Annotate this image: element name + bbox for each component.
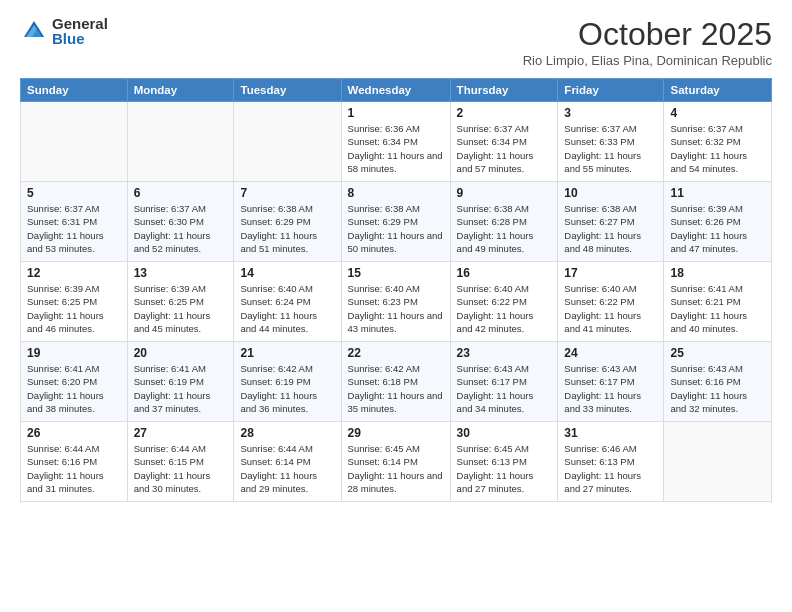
day-info: Sunrise: 6:44 AM Sunset: 6:15 PM Dayligh… [134, 442, 228, 495]
day-cell: 10Sunrise: 6:38 AM Sunset: 6:27 PM Dayli… [558, 182, 664, 262]
day-cell: 22Sunrise: 6:42 AM Sunset: 6:18 PM Dayli… [341, 342, 450, 422]
day-number: 21 [240, 346, 334, 360]
day-info: Sunrise: 6:40 AM Sunset: 6:22 PM Dayligh… [457, 282, 552, 335]
day-number: 2 [457, 106, 552, 120]
week-row-4: 19Sunrise: 6:41 AM Sunset: 6:20 PM Dayli… [21, 342, 772, 422]
day-number: 31 [564, 426, 657, 440]
day-cell: 29Sunrise: 6:45 AM Sunset: 6:14 PM Dayli… [341, 422, 450, 502]
day-info: Sunrise: 6:38 AM Sunset: 6:27 PM Dayligh… [564, 202, 657, 255]
col-header-sunday: Sunday [21, 79, 128, 102]
day-cell: 30Sunrise: 6:45 AM Sunset: 6:13 PM Dayli… [450, 422, 558, 502]
day-info: Sunrise: 6:40 AM Sunset: 6:24 PM Dayligh… [240, 282, 334, 335]
header-row: SundayMondayTuesdayWednesdayThursdayFrid… [21, 79, 772, 102]
col-header-thursday: Thursday [450, 79, 558, 102]
day-number: 9 [457, 186, 552, 200]
day-number: 15 [348, 266, 444, 280]
day-info: Sunrise: 6:37 AM Sunset: 6:34 PM Dayligh… [457, 122, 552, 175]
day-info: Sunrise: 6:41 AM Sunset: 6:19 PM Dayligh… [134, 362, 228, 415]
day-info: Sunrise: 6:37 AM Sunset: 6:30 PM Dayligh… [134, 202, 228, 255]
day-cell: 21Sunrise: 6:42 AM Sunset: 6:19 PM Dayli… [234, 342, 341, 422]
day-cell: 19Sunrise: 6:41 AM Sunset: 6:20 PM Dayli… [21, 342, 128, 422]
day-number: 16 [457, 266, 552, 280]
title-section: October 2025 Rio Limpio, Elias Pina, Dom… [523, 16, 772, 68]
col-header-wednesday: Wednesday [341, 79, 450, 102]
day-cell: 26Sunrise: 6:44 AM Sunset: 6:16 PM Dayli… [21, 422, 128, 502]
day-number: 23 [457, 346, 552, 360]
day-cell: 5Sunrise: 6:37 AM Sunset: 6:31 PM Daylig… [21, 182, 128, 262]
day-cell: 16Sunrise: 6:40 AM Sunset: 6:22 PM Dayli… [450, 262, 558, 342]
day-cell [127, 102, 234, 182]
logo-icon [20, 17, 48, 45]
day-info: Sunrise: 6:44 AM Sunset: 6:14 PM Dayligh… [240, 442, 334, 495]
day-number: 11 [670, 186, 765, 200]
day-info: Sunrise: 6:43 AM Sunset: 6:17 PM Dayligh… [564, 362, 657, 415]
col-header-friday: Friday [558, 79, 664, 102]
day-number: 24 [564, 346, 657, 360]
day-info: Sunrise: 6:38 AM Sunset: 6:29 PM Dayligh… [240, 202, 334, 255]
day-info: Sunrise: 6:37 AM Sunset: 6:32 PM Dayligh… [670, 122, 765, 175]
day-info: Sunrise: 6:42 AM Sunset: 6:18 PM Dayligh… [348, 362, 444, 415]
day-number: 28 [240, 426, 334, 440]
day-number: 5 [27, 186, 121, 200]
day-cell: 17Sunrise: 6:40 AM Sunset: 6:22 PM Dayli… [558, 262, 664, 342]
day-info: Sunrise: 6:40 AM Sunset: 6:22 PM Dayligh… [564, 282, 657, 335]
day-cell [234, 102, 341, 182]
day-info: Sunrise: 6:38 AM Sunset: 6:28 PM Dayligh… [457, 202, 552, 255]
day-info: Sunrise: 6:46 AM Sunset: 6:13 PM Dayligh… [564, 442, 657, 495]
day-cell: 2Sunrise: 6:37 AM Sunset: 6:34 PM Daylig… [450, 102, 558, 182]
day-info: Sunrise: 6:39 AM Sunset: 6:26 PM Dayligh… [670, 202, 765, 255]
day-info: Sunrise: 6:45 AM Sunset: 6:14 PM Dayligh… [348, 442, 444, 495]
logo-text: General Blue [52, 16, 108, 46]
day-info: Sunrise: 6:40 AM Sunset: 6:23 PM Dayligh… [348, 282, 444, 335]
page: General Blue October 2025 Rio Limpio, El… [0, 0, 792, 612]
day-info: Sunrise: 6:45 AM Sunset: 6:13 PM Dayligh… [457, 442, 552, 495]
day-cell: 1Sunrise: 6:36 AM Sunset: 6:34 PM Daylig… [341, 102, 450, 182]
day-info: Sunrise: 6:37 AM Sunset: 6:31 PM Dayligh… [27, 202, 121, 255]
day-number: 4 [670, 106, 765, 120]
day-number: 18 [670, 266, 765, 280]
day-number: 22 [348, 346, 444, 360]
day-cell: 25Sunrise: 6:43 AM Sunset: 6:16 PM Dayli… [664, 342, 772, 422]
day-number: 17 [564, 266, 657, 280]
day-cell [664, 422, 772, 502]
day-cell: 15Sunrise: 6:40 AM Sunset: 6:23 PM Dayli… [341, 262, 450, 342]
day-number: 3 [564, 106, 657, 120]
day-number: 20 [134, 346, 228, 360]
header: General Blue October 2025 Rio Limpio, El… [20, 16, 772, 68]
day-cell: 14Sunrise: 6:40 AM Sunset: 6:24 PM Dayli… [234, 262, 341, 342]
day-info: Sunrise: 6:37 AM Sunset: 6:33 PM Dayligh… [564, 122, 657, 175]
day-cell: 24Sunrise: 6:43 AM Sunset: 6:17 PM Dayli… [558, 342, 664, 422]
day-info: Sunrise: 6:36 AM Sunset: 6:34 PM Dayligh… [348, 122, 444, 175]
day-cell: 7Sunrise: 6:38 AM Sunset: 6:29 PM Daylig… [234, 182, 341, 262]
day-number: 14 [240, 266, 334, 280]
day-cell: 23Sunrise: 6:43 AM Sunset: 6:17 PM Dayli… [450, 342, 558, 422]
day-cell: 28Sunrise: 6:44 AM Sunset: 6:14 PM Dayli… [234, 422, 341, 502]
day-cell: 31Sunrise: 6:46 AM Sunset: 6:13 PM Dayli… [558, 422, 664, 502]
logo-blue-text: Blue [52, 31, 108, 46]
day-number: 8 [348, 186, 444, 200]
week-row-5: 26Sunrise: 6:44 AM Sunset: 6:16 PM Dayli… [21, 422, 772, 502]
day-cell: 6Sunrise: 6:37 AM Sunset: 6:30 PM Daylig… [127, 182, 234, 262]
day-info: Sunrise: 6:43 AM Sunset: 6:16 PM Dayligh… [670, 362, 765, 415]
col-header-saturday: Saturday [664, 79, 772, 102]
day-info: Sunrise: 6:39 AM Sunset: 6:25 PM Dayligh… [27, 282, 121, 335]
week-row-3: 12Sunrise: 6:39 AM Sunset: 6:25 PM Dayli… [21, 262, 772, 342]
day-info: Sunrise: 6:41 AM Sunset: 6:21 PM Dayligh… [670, 282, 765, 335]
day-cell: 27Sunrise: 6:44 AM Sunset: 6:15 PM Dayli… [127, 422, 234, 502]
day-number: 13 [134, 266, 228, 280]
day-info: Sunrise: 6:41 AM Sunset: 6:20 PM Dayligh… [27, 362, 121, 415]
day-number: 7 [240, 186, 334, 200]
day-info: Sunrise: 6:44 AM Sunset: 6:16 PM Dayligh… [27, 442, 121, 495]
day-info: Sunrise: 6:43 AM Sunset: 6:17 PM Dayligh… [457, 362, 552, 415]
calendar-table: SundayMondayTuesdayWednesdayThursdayFrid… [20, 78, 772, 502]
day-info: Sunrise: 6:39 AM Sunset: 6:25 PM Dayligh… [134, 282, 228, 335]
day-number: 29 [348, 426, 444, 440]
day-cell: 4Sunrise: 6:37 AM Sunset: 6:32 PM Daylig… [664, 102, 772, 182]
logo-general-text: General [52, 16, 108, 31]
day-number: 25 [670, 346, 765, 360]
col-header-monday: Monday [127, 79, 234, 102]
week-row-2: 5Sunrise: 6:37 AM Sunset: 6:31 PM Daylig… [21, 182, 772, 262]
col-header-tuesday: Tuesday [234, 79, 341, 102]
day-cell: 9Sunrise: 6:38 AM Sunset: 6:28 PM Daylig… [450, 182, 558, 262]
day-number: 1 [348, 106, 444, 120]
